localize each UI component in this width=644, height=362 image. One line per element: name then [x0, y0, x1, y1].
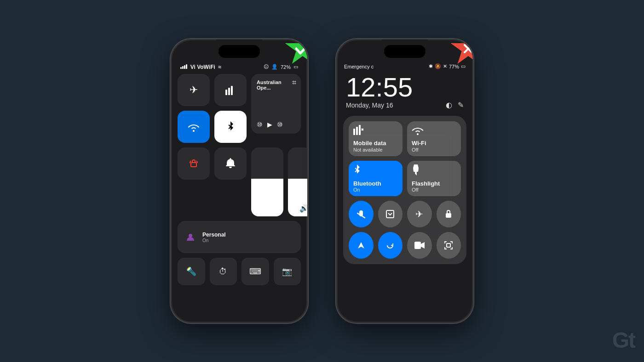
battery-label: 77% [449, 64, 459, 69]
mobile-data-tile[interactable]: Mobile data Not available [349, 121, 402, 156]
connectivity-top: ✈ [178, 74, 247, 106]
lock-screen-time: 12:55 [337, 72, 473, 101]
right-cc-row-2: Bluetooth On Flashlight Off [349, 161, 461, 197]
right-cc-row-3: ✈ [349, 201, 461, 227]
left-phone: Vi VoWiFi ≈ ☹ 👤 72% ▭ ✈ [170, 39, 308, 323]
flashlight-tile-right[interactable]: Flashlight Off [407, 161, 461, 197]
flashlight-title-right: Flashlight [412, 180, 440, 187]
svg-rect-0 [225, 90, 227, 95]
rotation-tile-right[interactable] [378, 232, 403, 259]
lock-tile-right[interactable] [437, 201, 461, 227]
svg-rect-14 [447, 243, 450, 247]
bluetooth-status-icon: ✱ [429, 63, 433, 69]
mute-icon: 🔕 [435, 63, 441, 69]
dynamic-island-right [384, 45, 426, 58]
media-tile[interactable]: ⌗ Australian Ope... ⑩ ▶ ⑩ [251, 74, 301, 134]
flashlight-tile-left[interactable]: 🔦 [178, 258, 205, 285]
control-center-grid: ✈ [171, 74, 307, 253]
lock-screen-date: Monday, May 16 [346, 102, 393, 109]
flashlight-status-right: Off [412, 187, 418, 192]
volume-tile[interactable]: 🔊 [288, 147, 307, 216]
location-tile-right[interactable] [349, 232, 374, 259]
cc-row-1: ✈ [178, 74, 301, 143]
camera-tile-left[interactable]: 📷 [274, 258, 301, 285]
mobile-data-title: Mobile data [353, 140, 386, 147]
scan-tile-right[interactable] [437, 232, 461, 259]
personal-status: On [202, 238, 226, 243]
bluetooth-tile[interactable] [214, 111, 247, 143]
wifi-icon-right [412, 125, 424, 138]
svg-rect-3 [191, 163, 196, 167]
personal-title: Personal [202, 232, 226, 238]
svg-rect-7 [359, 125, 361, 135]
airplay-icon: ⌗ [292, 79, 296, 87]
bluetooth-title-right: Bluetooth [353, 180, 381, 187]
cc-row-3: Personal On [178, 221, 301, 253]
personal-text-block: Personal On [202, 232, 226, 243]
wifi-status-right: Off [412, 147, 418, 153]
connectivity-block: ✈ [178, 74, 247, 143]
wifi-tile[interactable] [178, 111, 210, 143]
watermark: Gt [612, 328, 635, 353]
battery-icon-right: ▭ [461, 63, 466, 69]
svg-rect-12 [446, 213, 451, 218]
bell-tile[interactable] [214, 147, 247, 180]
timer-tile[interactable]: ⏱ [210, 258, 237, 285]
rewind-icon[interactable]: ⑩ [257, 121, 263, 128]
dynamic-island-left [218, 45, 260, 58]
focus-icon: ☹ [264, 64, 269, 70]
left-phone-screen: Vi VoWiFi ≈ ☹ 👤 72% ▭ ✈ [171, 40, 307, 322]
volume-icon: 🔊 [299, 204, 307, 213]
focus-mode-icon: ◐ [446, 101, 452, 109]
right-cc-row-1: Mobile data Not available Wi-Fi Off [349, 121, 461, 156]
airplane-tile-right[interactable]: ✈ [407, 201, 432, 227]
right-status-icons: ✱ 🔕 ✕ 77% ▭ [429, 63, 466, 69]
right-cc-panel: Mobile data Not available Wi-Fi Off [343, 116, 466, 264]
svg-rect-5 [353, 129, 355, 135]
svg-rect-2 [231, 86, 233, 95]
personal-tile[interactable]: Personal On [178, 221, 301, 253]
brightness-tile[interactable]: ✷ [251, 147, 283, 216]
flashlight-icon-right [412, 164, 420, 178]
bluetooth-icon-right [353, 164, 361, 178]
cc-bottom-row: 🔦 ⏱ ⌨ 📷 [171, 258, 307, 285]
edit-icon: ✎ [458, 101, 464, 109]
battery-area: ☹ 👤 72% ▭ [264, 64, 298, 70]
cellular-tile[interactable] [214, 74, 247, 106]
media-title: Australian Ope... [257, 79, 295, 90]
forward-icon[interactable]: ⑩ [277, 121, 283, 128]
svg-rect-11 [386, 210, 394, 218]
bluetooth-tile-right[interactable]: Bluetooth On [349, 161, 402, 197]
right-phone-screen: Emergency c ✱ 🔕 ✕ 77% ▭ 12:55 Monday, Ma… [337, 40, 473, 322]
screenshot-tile-right[interactable] [378, 201, 403, 227]
carrier-label: Vi VoWiFi ≈ [180, 63, 221, 70]
emergency-label: Emergency c [344, 64, 374, 69]
connectivity-bottom [178, 111, 247, 143]
right-phone: Emergency c ✱ 🔕 ✕ 77% ▭ 12:55 Monday, Ma… [336, 39, 474, 323]
svg-rect-13 [414, 242, 421, 249]
date-row: Monday, May 16 ◐ ✎ [337, 101, 473, 114]
mobile-data-icon [353, 125, 363, 138]
wifi-title-right: Wi-Fi [412, 140, 426, 147]
calculator-tile[interactable]: ⌨ [242, 258, 269, 285]
brightness-icon: ✷ [264, 204, 270, 213]
svg-point-4 [189, 234, 192, 238]
media-controls: ⑩ ▶ ⑩ [257, 121, 283, 128]
ls-action-icons: ◐ ✎ [446, 101, 464, 109]
cc-row-2: ✷ 🔊 [178, 147, 301, 216]
airplane-tile[interactable]: ✈ [178, 74, 210, 106]
mute-tile-right[interactable] [349, 201, 374, 227]
play-icon[interactable]: ▶ [267, 121, 272, 128]
personal-avatar-icon [183, 230, 198, 244]
video-tile-right[interactable] [407, 232, 432, 259]
bluetooth-status-right: On [353, 187, 360, 192]
right-cc-row-4 [349, 232, 461, 259]
person-icon: 👤 [271, 64, 278, 70]
lock-rotation-tile[interactable] [178, 147, 210, 180]
battery-x-icon: ✕ [443, 63, 447, 69]
svg-rect-6 [356, 127, 358, 135]
battery-icon: ▭ [293, 64, 298, 70]
scene: Vi VoWiFi ≈ ☹ 👤 72% ▭ ✈ [170, 39, 474, 323]
wifi-tile-right[interactable]: Wi-Fi Off [407, 121, 461, 156]
svg-rect-1 [228, 88, 230, 95]
